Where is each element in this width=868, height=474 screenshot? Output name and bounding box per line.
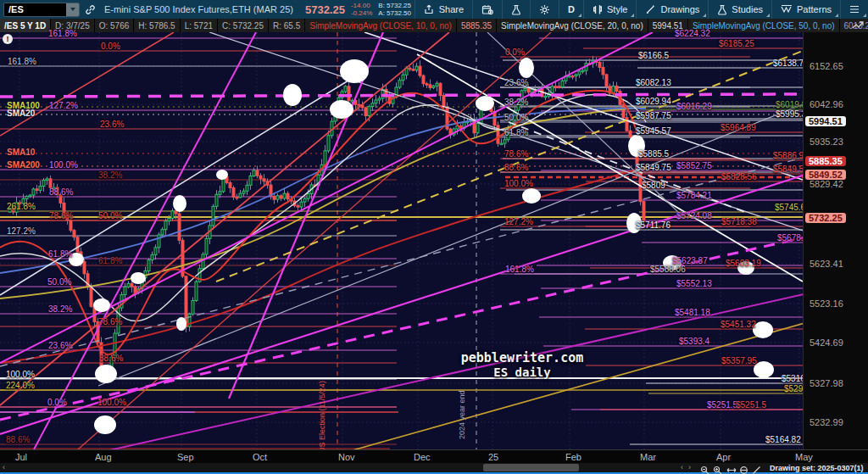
price-level-label: $5451.32 (721, 321, 756, 329)
price-level-label: $5849.75 (636, 164, 671, 172)
sma-tag: SMA10 (7, 148, 35, 157)
price-level-label: $5945.57 (636, 127, 671, 136)
price-level-label: $5724.08 (676, 212, 712, 220)
price-level-label: $6029.94 (636, 98, 671, 106)
year-end-annotation: 2024 year end (458, 390, 466, 439)
price-level-label: $5809 (642, 181, 665, 190)
fib-percent-label: 50.0% (98, 212, 122, 220)
time-tick: Nov (338, 452, 355, 462)
price-tick: 6042.96 (810, 99, 843, 109)
price-bubble: 5732.25 (805, 213, 846, 223)
fib-percent-label: 0.0% (101, 42, 120, 51)
fib-percent-label: 161.8% (8, 58, 36, 66)
pan-icon[interactable] (726, 463, 737, 472)
fib-percent-label: 224.0% (6, 382, 35, 390)
sma-tag: SMA20 (7, 109, 35, 118)
price-level-label: $6224.32 (675, 30, 710, 38)
fib-percent-label: 78.6% (504, 150, 528, 159)
fib-percent-label: 61.8% (504, 129, 528, 137)
fib-percent-label: 100.0% (6, 371, 35, 379)
page-right-button[interactable]: › (688, 463, 691, 472)
price-tick: 5424.69 (810, 337, 843, 348)
time-tick: Feb (565, 452, 581, 462)
fib-percent-label: 88.6% (504, 164, 528, 172)
time-tick: Mar (640, 452, 656, 462)
fib-percent-label: 78.6% (49, 212, 73, 220)
time-tick: Dec (414, 452, 431, 462)
election-annotation: US Election (11/5/24) (318, 381, 326, 453)
price-level-label: $5603.19 (726, 259, 761, 268)
fib-percent-label: 23.6% (100, 120, 124, 129)
time-tick: Apr (716, 452, 731, 462)
fib-percent-label: 127.2% (49, 102, 78, 110)
zoom-in-icon[interactable] (713, 463, 723, 472)
price-level-label: $5828.56 (721, 173, 757, 181)
price-level-label: $5251.5 (736, 401, 766, 410)
price-level-label: $5987.75 (636, 112, 671, 120)
fib-percent-label: 61.8% (48, 250, 72, 259)
fib-percent-label: 0.0% (47, 399, 67, 407)
price-level-label: $5964.89 (721, 124, 756, 132)
fib-percent-label: 161.8% (48, 30, 77, 38)
price-level-label: $5588.06 (650, 265, 686, 274)
fib-percent-label: 23.6% (48, 342, 72, 350)
price-level-label: $5852.75 (676, 162, 712, 170)
fib-percent-label: 38.2% (504, 98, 528, 107)
fib-percent-label: 100.0% (97, 399, 126, 407)
price-tick: 5935.23 (810, 137, 843, 147)
fib-percent-label: 127.2% (7, 227, 36, 236)
scrollbar-row: ‹ ‹ › Drawing set: 2025-0307(1) (0, 463, 868, 472)
reset-view-icon[interactable] (739, 463, 749, 472)
time-tick: 25 (488, 452, 498, 462)
sma-tag: SMA200 (7, 161, 40, 170)
price-level-label: $5251.5 (707, 401, 737, 410)
time-tick: May (795, 452, 813, 462)
price-tick: 5523.16 (810, 298, 843, 309)
time-axis[interactable]: JulAugSepOctNovDec25FebMarAprMay (0, 449, 868, 464)
price-level-label: $5357.95 (721, 357, 757, 365)
price-level-label: $6185.25 (719, 40, 754, 48)
time-tick: Oct (253, 452, 267, 462)
fib-percent-label: 61.8% (98, 257, 122, 265)
time-tick: Sep (177, 452, 194, 462)
price-tick: 5327.98 (810, 378, 843, 388)
price-level-label: $5164.82 (765, 436, 801, 444)
fib-percent-label: 88.6% (49, 188, 73, 197)
draw-mode-icon[interactable] (752, 463, 762, 472)
fib-percent-label: 50.0% (504, 114, 528, 122)
price-level-label: $5552.13 (676, 280, 712, 288)
price-bubble: 5994.51 (805, 116, 846, 126)
fib-percent-label: 161.8% (505, 265, 534, 274)
price-level-label: $6166.5 (638, 52, 669, 60)
price-tick: 6152.65 (810, 61, 843, 71)
fib-percent-label: 100.0% (49, 161, 78, 170)
fib-percent-label: 261.8% (7, 203, 36, 211)
scrollbar-thumb[interactable] (483, 464, 579, 471)
fib-percent-label: 38.2% (98, 171, 122, 180)
fib-percent-label: 50.0% (47, 278, 71, 287)
drawing-set-label[interactable]: Drawing set: 2025-0307(1) (770, 464, 864, 472)
fib-percent-label: 38.2% (48, 305, 72, 314)
fib-percent-label: 127.2% (504, 218, 533, 226)
price-tick: 5829.42 (810, 179, 843, 189)
time-tick: Aug (95, 452, 112, 462)
price-level-label: $5784.21 (676, 192, 712, 200)
fib-percent-label: 100.0% (504, 180, 533, 188)
fib-percent-label: 23.6% (504, 79, 528, 87)
fib-percent-label: 0.0% (505, 48, 525, 57)
fib-percent-label: 88.6% (99, 354, 123, 363)
price-level-label: $5718.38 (721, 218, 757, 226)
price-tick: 5623.41 (810, 259, 843, 269)
scroll-left-button[interactable]: ‹ (3, 463, 5, 472)
price-bubble: 5849.52 (805, 170, 846, 180)
price-level-label: $5481.18 (675, 309, 710, 317)
price-level-label: $6082.13 (636, 79, 671, 87)
price-tick: 5232.99 (810, 417, 843, 427)
zoom-out-icon[interactable] (700, 463, 710, 472)
page-left-button[interactable]: ‹ (681, 463, 683, 472)
alert-icon[interactable]: ! (3, 34, 13, 44)
price-axis[interactable]: 6152.656042.965935.235829.425623.415523.… (803, 32, 868, 449)
price-level-label: $6016.29 (676, 103, 712, 111)
time-tick: Jul (15, 452, 27, 462)
fib-percent-label: 88.6% (6, 436, 30, 444)
